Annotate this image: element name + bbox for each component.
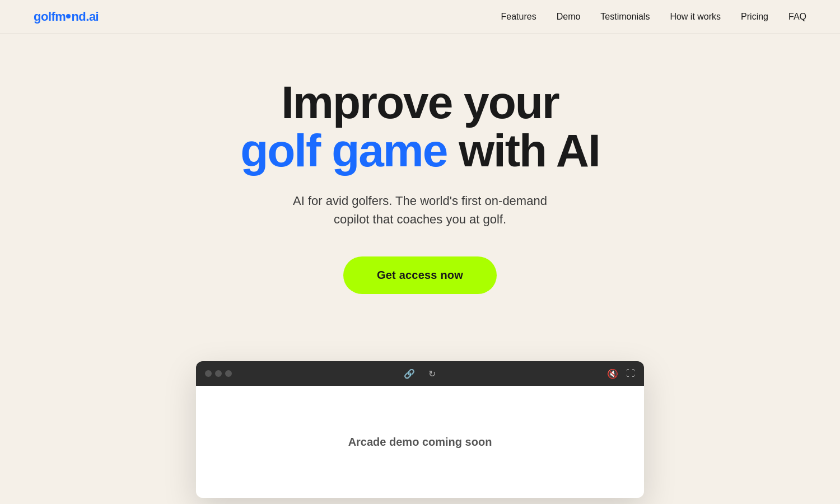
nav-item-pricing[interactable]: Pricing — [741, 12, 768, 22]
browser-content: Arcade demo coming soon — [196, 386, 644, 498]
hero-title-line1: Improve your — [281, 78, 558, 127]
nav-item-features[interactable]: Features — [501, 12, 536, 22]
get-access-button[interactable]: Get access now — [343, 256, 497, 294]
refresh-icon: ↻ — [428, 368, 436, 379]
hero-title-highlight: golf game — [240, 125, 447, 176]
hero-title-line2: golf game with AI — [240, 127, 600, 175]
browser-dot-green — [225, 370, 232, 377]
fullscreen-icon: ⛶ — [626, 368, 635, 379]
nav-item-how-it-works[interactable]: How it works — [670, 12, 721, 22]
hero-subtitle: AI for avid golfers. The world's first o… — [293, 192, 547, 228]
nav-item-demo[interactable]: Demo — [557, 12, 581, 22]
logo-text: golfmnd.ai — [34, 10, 99, 24]
browser-toolbar-right: 🔇 ⛶ — [607, 368, 635, 379]
hero-cta-container: Get access now — [343, 256, 497, 294]
volume-icon: 🔇 — [607, 368, 618, 379]
link-icon: 🔗 — [404, 368, 415, 379]
browser-traffic-lights — [205, 370, 232, 377]
nav-link-how-it-works[interactable]: How it works — [670, 12, 721, 21]
browser-toolbar: 🔗 ↻ 🔇 ⛶ — [196, 361, 644, 386]
logo-dot-icon — [66, 14, 71, 18]
nav-item-testimonials[interactable]: Testimonials — [600, 12, 650, 22]
nav-item-faq[interactable]: FAQ — [788, 12, 806, 22]
browser-dot-red — [205, 370, 212, 377]
demo-coming-soon-text: Arcade demo coming soon — [348, 436, 492, 449]
hero-section: Improve your golf game with AI AI for av… — [0, 34, 840, 328]
browser-toolbar-center: 🔗 ↻ — [237, 368, 601, 379]
logo[interactable]: golfmnd.ai — [34, 10, 99, 24]
nav-link-faq[interactable]: FAQ — [788, 12, 806, 21]
browser-window: 🔗 ↻ 🔇 ⛶ Arcade demo coming soon — [196, 361, 644, 498]
nav-links: Features Demo Testimonials How it works … — [501, 12, 806, 22]
nav-link-demo[interactable]: Demo — [557, 12, 581, 21]
browser-dot-yellow — [215, 370, 222, 377]
demo-container: 🔗 ↻ 🔇 ⛶ Arcade demo coming soon — [196, 361, 644, 498]
nav-link-pricing[interactable]: Pricing — [741, 12, 768, 21]
navbar: golfmnd.ai Features Demo Testimonials Ho… — [0, 0, 840, 34]
nav-link-features[interactable]: Features — [501, 12, 536, 21]
hero-title-normal: with AI — [447, 125, 599, 176]
nav-link-testimonials[interactable]: Testimonials — [600, 12, 650, 21]
